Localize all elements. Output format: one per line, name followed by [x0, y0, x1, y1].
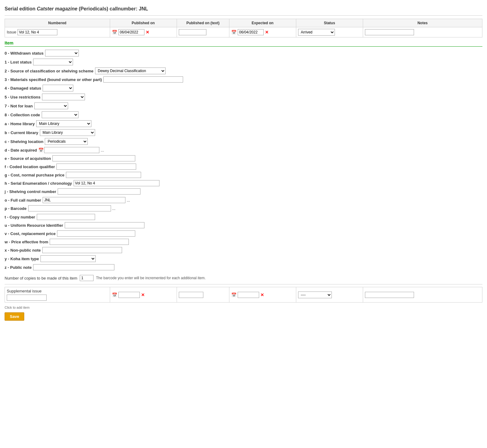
published-text-cell [177, 27, 229, 37]
not-for-loan-select[interactable] [34, 102, 68, 109]
field-serial-enum: h - Serial Enumeration / chronology [5, 180, 482, 186]
field-label-materials: 3 - Materials specified (bound volume or… [5, 77, 102, 82]
supplemental-status-select[interactable]: ---- Arrived Expected Late Missing [298, 292, 332, 298]
field-label-coded-location: f - Coded location qualifier [5, 164, 55, 169]
serial-table: Numbered Published on Published on (text… [5, 19, 482, 37]
table-row: Issue 📅 ✕ 📅 ✕ [5, 27, 482, 37]
date-acquired-input[interactable] [44, 147, 99, 153]
col-published-text: Published on (text) [177, 19, 229, 27]
shelving-location-select[interactable]: Periodicals [45, 138, 88, 145]
supplemental-table: Supplemental issue 📅 ✕ [5, 287, 482, 303]
supplemental-expected-calendar-icon[interactable]: 📅 [231, 292, 236, 297]
supplemental-row: Supplemental issue 📅 ✕ [5, 287, 482, 303]
collection-code-select[interactable] [42, 111, 79, 118]
numbered-input[interactable] [17, 29, 57, 35]
field-label-source-class: 2 - Source of classification or shelving… [5, 69, 94, 73]
supplemental-expected-date-cell: 📅 ✕ [229, 287, 296, 303]
nonpublic-note-input[interactable] [42, 247, 122, 253]
supplemental-expected-date-input[interactable] [238, 292, 259, 298]
field-label-lost: 1 - Lost status [5, 60, 32, 64]
field-label-full-callnum: o - Full call number [5, 198, 41, 203]
expected-calendar-icon[interactable]: 📅 [231, 30, 236, 35]
source-class-select[interactable]: Dewey Decimal Classification [95, 68, 166, 74]
koha-item-type-select[interactable] [40, 255, 96, 262]
coded-location-input[interactable] [56, 164, 136, 170]
field-not-for-loan: 7 - Not for loan [5, 102, 482, 109]
supplemental-published-clear-icon[interactable]: ✕ [141, 292, 145, 297]
barcode-ellipsis[interactable]: ... [112, 206, 116, 211]
supplemental-notes-cell [363, 287, 482, 303]
supplemental-issue-label: Supplemental issue [7, 289, 41, 293]
numbered-cell: Issue [5, 27, 110, 37]
field-current-library: b - Current library Main Library [5, 129, 482, 136]
lost-select[interactable] [33, 59, 73, 65]
field-label-shelving-location: c - Shelving location [5, 139, 43, 144]
serial-enum-input[interactable] [74, 180, 159, 186]
expected-date-input[interactable] [238, 29, 264, 35]
published-date-input[interactable] [118, 29, 144, 35]
withdrawn-select[interactable] [45, 50, 79, 56]
uri-input[interactable] [65, 222, 144, 228]
price-effective-input[interactable] [50, 239, 129, 245]
cost-normal-input[interactable] [66, 172, 141, 178]
supplemental-status-cell: ---- Arrived Expected Late Missing [296, 287, 363, 303]
field-barcode: p - Barcode ... [5, 205, 482, 211]
field-coded-location: f - Coded location qualifier [5, 164, 482, 170]
supplemental-expected-clear-icon[interactable]: ✕ [260, 292, 264, 297]
supplemental-published-date-cell: 📅 ✕ [110, 287, 177, 303]
supplemental-published-text-input[interactable] [179, 292, 203, 298]
field-label-cost-replacement: v - Cost, replacement price [5, 231, 56, 236]
field-date-acquired: d - Date acquired 📅 ... [5, 147, 482, 153]
field-label-copy-number: t - Copy number [5, 215, 35, 219]
date-acquired-ellipsis[interactable]: ... [101, 148, 104, 153]
field-label-cost-normal: g - Cost, normal purchase price [5, 173, 64, 177]
field-label-not-for-loan: 7 - Not for loan [5, 104, 33, 108]
save-button[interactable]: Save [5, 312, 24, 321]
materials-input[interactable] [103, 76, 183, 83]
field-label-withdrawn: 0 - Withdrawn status [5, 51, 44, 56]
field-label-home-library: a - Home library [5, 122, 35, 126]
supplemental-issue-input[interactable] [7, 295, 47, 301]
expected-date-clear-icon[interactable]: ✕ [265, 30, 269, 35]
use-restrictions-select[interactable] [42, 94, 85, 100]
cost-replacement-input[interactable] [57, 230, 135, 237]
click-add-item[interactable]: Click to add item [5, 306, 482, 309]
damaged-select[interactable] [43, 85, 73, 91]
current-library-select[interactable]: Main Library [40, 129, 95, 136]
supplemental-published-date-input[interactable] [118, 292, 140, 298]
expected-date-cell: 📅 ✕ [229, 27, 296, 37]
supplemental-notes-input[interactable] [365, 292, 414, 298]
field-label-collection-code: 8 - Collection code [5, 113, 40, 117]
field-materials: 3 - Materials specified (bound volume or… [5, 76, 482, 83]
source-acquisition-input[interactable] [52, 155, 135, 161]
published-date-clear-icon[interactable]: ✕ [146, 30, 149, 35]
field-cost-normal: g - Cost, normal purchase price [5, 172, 482, 178]
field-label-current-library: b - Current library [5, 130, 38, 135]
status-select[interactable]: Arrived Expected Late Missing Never rece… [298, 29, 335, 36]
callnum-ellipsis[interactable]: ... [127, 198, 130, 203]
published-calendar-icon[interactable]: 📅 [112, 30, 117, 35]
field-label-use-restrictions: 5 - Use restrictions [5, 95, 40, 99]
field-label-date-acquired: d - Date acquired [5, 148, 37, 153]
field-uri: u - Uniform Resource Identifier [5, 222, 482, 228]
date-acquired-calendar-icon[interactable]: 📅 [38, 148, 44, 153]
field-label-uri: u - Uniform Resource Identifier [5, 223, 63, 228]
item-section: Item 0 - Withdrawn status 1 - Lost statu… [5, 41, 482, 281]
public-note-input[interactable] [33, 264, 114, 270]
notes-input[interactable] [365, 29, 414, 35]
copy-number-input[interactable] [37, 214, 95, 220]
field-public-note: z - Public note [5, 264, 482, 270]
field-label-nonpublic-note: x - Non-public note [5, 248, 41, 253]
published-text-input[interactable] [179, 29, 206, 35]
shelving-control-input[interactable] [58, 188, 140, 195]
field-lost: 1 - Lost status [5, 59, 482, 65]
field-label-barcode: p - Barcode [5, 206, 27, 211]
supplemental-published-calendar-icon[interactable]: 📅 [112, 292, 117, 297]
copies-row: Number of copies to be made of this item… [5, 275, 482, 281]
barcode-input[interactable] [28, 205, 111, 211]
home-library-select[interactable]: Main Library [36, 120, 91, 127]
field-label-damaged: 4 - Damaged status [5, 86, 41, 91]
copies-input[interactable] [80, 275, 94, 281]
full-callnum-input[interactable] [43, 197, 125, 203]
page-title: Serial edition Catster magazine (Periodi… [5, 3, 482, 16]
